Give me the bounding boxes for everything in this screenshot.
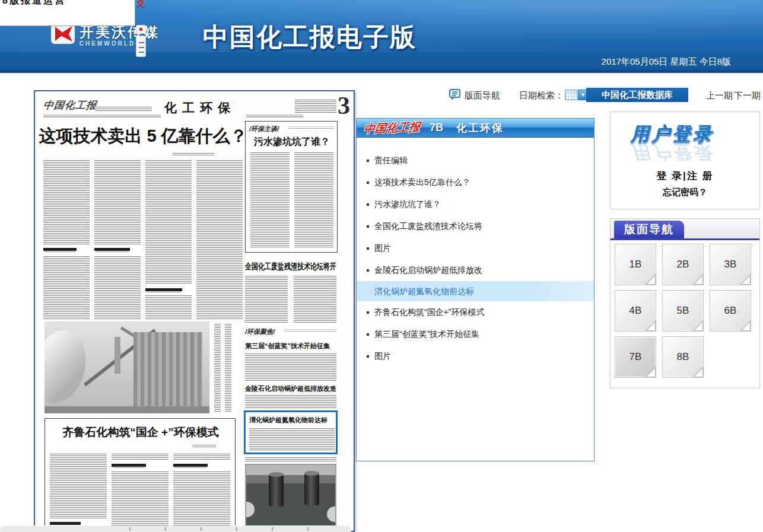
masthead-rule-left <box>43 116 161 117</box>
bullet-icon <box>367 203 369 206</box>
article-list-item[interactable]: 这项技术卖出5亿靠什么？ <box>357 171 594 193</box>
article-list-item[interactable]: 齐鲁石化构筑“国企+”环保模式 <box>357 301 594 323</box>
paper-sub-headline-3[interactable]: 金陵石化启动锅炉超低排放改造 <box>245 384 336 393</box>
bullet-icon <box>367 333 369 336</box>
paper-headline-2[interactable]: 全国化工废盐残渣技术论坛将开 <box>245 261 338 273</box>
masthead-logo: 中国化工报 <box>42 98 97 112</box>
selected-article-region[interactable]: 渭化锅炉超氮氧化物前达标 <box>244 410 338 454</box>
page-button-6b[interactable]: 6B <box>710 290 751 332</box>
section-name: 化工环保 <box>456 121 504 135</box>
page-nav-panel: 版面导航 1B 2B 3B 4B 5B 6B 7B 8B <box>610 218 760 388</box>
bullet-icon <box>367 311 369 314</box>
masthead-rule-right <box>246 116 303 117</box>
login-register-row: 登 录|注 册 <box>611 169 759 183</box>
bullet-icon <box>367 269 369 272</box>
page-nav-icon <box>449 89 461 101</box>
article-title: 全国化工废盐残渣技术论坛将 <box>374 215 482 237</box>
popup-overlay[interactable]: 8版报道运营 <box>0 0 135 26</box>
article-title: 金陵石化启动锅炉超低排放改 <box>374 259 482 281</box>
bullet-icon <box>367 181 369 184</box>
text-column <box>294 275 336 323</box>
article-list-panel: 中国化工报 7B 化工环保 责任编辑 这项技术卖出5亿靠什么？ 污水渗坑坑了谁？… <box>356 118 594 461</box>
sub-head-band <box>112 460 169 471</box>
text-column <box>294 152 333 247</box>
text-column <box>250 152 290 247</box>
article-title: 齐鲁石化构筑“国企+”环保模式 <box>374 301 485 323</box>
photo-caption-vertical <box>225 323 231 412</box>
page-button-1b[interactable]: 1B <box>615 244 656 285</box>
page-nav-tab: 版面导航 <box>614 221 684 238</box>
viewer-bottom-toolbar[interactable] <box>0 525 351 532</box>
article-list-item[interactable]: 金陵石化启动锅炉超低排放改 <box>357 259 594 281</box>
paper-logo-script: 中国化工报 <box>363 119 421 136</box>
text-column <box>43 159 90 319</box>
page-button-4b[interactable]: 4B <box>615 290 656 332</box>
article-list-item[interactable]: 图片 <box>357 345 594 367</box>
article-list-item[interactable]: 责任编辑 <box>357 149 594 171</box>
highlighted-article-headline: 渭化锅炉超氮氧化物前达标 <box>249 416 328 425</box>
page-button-7b[interactable]: 7B <box>615 336 656 378</box>
paper-page-number: 3 <box>338 91 350 120</box>
bullet-icon <box>367 160 369 162</box>
article-title: 第三届“创蓝奖”技术开始征集 <box>374 323 479 345</box>
text-block <box>245 352 336 381</box>
partial-vertical-widget: 爻 <box>135 0 147 59</box>
article-title: 图片 <box>374 237 391 259</box>
database-button[interactable]: 中国化工报数据库 <box>586 88 688 102</box>
date-search-label: 日期检索： <box>519 90 564 101</box>
paper-sub-headline-2[interactable]: 第三届“创蓝奖”技术开始征集 <box>245 342 330 351</box>
login-title-reflection: 用户登录 <box>631 139 714 164</box>
forgot-password-link[interactable]: 忘记密码？ <box>611 187 759 198</box>
article-list-item-selected[interactable]: 渭化锅炉超氮氧化物前达标 <box>357 281 594 301</box>
article-title: 这项技术卖出5亿靠什么？ <box>374 171 470 193</box>
paper-headline-3: 齐鲁石化构筑“国企 +”环保模式 <box>45 425 236 440</box>
sub-head-band <box>43 244 90 255</box>
text-block <box>245 395 336 408</box>
text-column <box>245 275 288 323</box>
user-login-panel: 用户登录 用户登录 登 录|注 册 忘记密码？ <box>610 112 760 209</box>
toolbar-page-nav-link[interactable]: 版面导航 <box>465 90 500 101</box>
article-title: 图片 <box>374 345 391 367</box>
article-list-header: 中国化工报 7B 化工环保 <box>357 119 594 138</box>
paper-sub-headline-1: 污水渗坑坑了谁？ <box>246 136 338 148</box>
article-list-item[interactable]: 图片 <box>357 237 594 259</box>
page-button-2b[interactable]: 2B <box>662 244 704 285</box>
newspaper-scan[interactable]: 中国化工报 化工环保 3 这项技术卖出 5 亿靠什么？ /环保主谈/ 污水渗坑坑… <box>34 90 355 532</box>
photo-caption-vertical <box>214 323 221 412</box>
sub-head-band <box>173 460 230 471</box>
paper-main-headline[interactable]: 这项技术卖出 5 亿靠什么？ <box>39 125 247 148</box>
byline-block <box>173 152 214 155</box>
text-column <box>196 159 243 319</box>
photo-water-treatment <box>245 464 336 528</box>
mini-toolbar[interactable] <box>136 36 146 57</box>
sub-head-band <box>94 244 141 255</box>
qilu-article-box[interactable]: 齐鲁石化构筑“国企 +”环保模式 <box>44 418 236 532</box>
divider: | <box>683 170 687 181</box>
login-link[interactable]: 登 录 <box>656 170 683 181</box>
article-list-item[interactable]: 污水渗坑坑了谁？ <box>357 193 594 215</box>
date-picker-input[interactable] <box>565 90 577 100</box>
site-title: 中国化工报电子版 <box>203 20 417 55</box>
page-button-3b[interactable]: 3B <box>710 244 751 285</box>
next-issue-link[interactable]: 下一期 <box>734 90 761 101</box>
page-button-8b[interactable]: 8B <box>662 336 704 378</box>
register-link[interactable]: 注 册 <box>687 170 714 181</box>
prev-issue-link[interactable]: 上一期 <box>706 90 733 101</box>
paper-section-title: 化工环保 <box>164 100 236 116</box>
text-block <box>249 428 335 450</box>
masthead-smalltext <box>96 107 152 111</box>
mini-button[interactable] <box>136 25 146 34</box>
page-button-5b[interactable]: 5B <box>662 290 704 332</box>
popup-clipped-text: 8版报道运营 <box>2 0 135 7</box>
article-list-item[interactable]: 全国化工废盐残渣技术论坛将 <box>357 215 594 237</box>
byline-block <box>192 444 216 447</box>
column-label: /环保主谈/ <box>249 125 279 133</box>
bullet-icon <box>367 247 369 250</box>
text-block <box>245 457 336 461</box>
sub-head-band <box>145 285 192 295</box>
label-rule <box>288 128 335 129</box>
article-list-item[interactable]: 第三届“创蓝奖”技术开始征集 <box>357 323 594 345</box>
boxed-article[interactable]: /环保主谈/ 污水渗坑坑了谁？ <box>245 121 338 253</box>
article-title: 污水渗坑坑了谁？ <box>374 193 441 215</box>
epaper-page: 开美沃传媒 CHEMWORLD 中国化工报电子版 2017年05月05日 星期五… <box>0 0 763 532</box>
